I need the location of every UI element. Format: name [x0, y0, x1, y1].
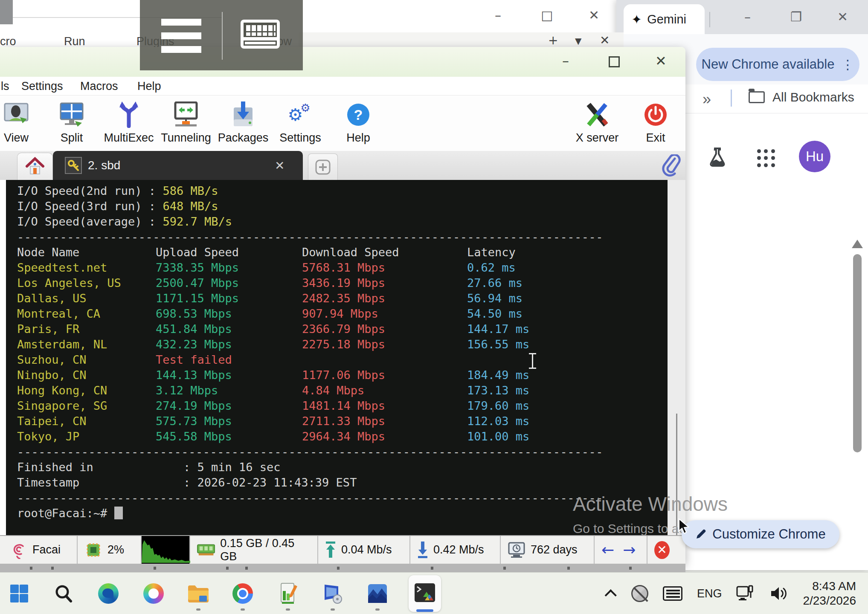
scrollbar-thumb[interactable] [853, 254, 862, 452]
scrollbar-up-icon[interactable] [852, 240, 863, 248]
table-row: Taipei, CN575.73 Mbps2711.33 Mbps112.03 … [17, 414, 657, 429]
touch-keyboard-icon[interactable] [663, 586, 682, 601]
ram-icon [197, 544, 215, 556]
menu-item-settings[interactable]: Settings [21, 80, 63, 93]
toolbar-tunneling-button[interactable]: Tunneling [160, 101, 212, 145]
flask-icon[interactable] [708, 147, 727, 169]
tab-session-sbd[interactable]: 2. sbd ✕ [53, 151, 303, 180]
paperclip-icon[interactable] [662, 154, 681, 178]
maximize-icon[interactable]: □ [541, 8, 553, 23]
minimize-icon[interactable]: – [495, 8, 501, 23]
mobaxterm-icon[interactable] [413, 582, 436, 605]
menu-item-tools-fragment[interactable]: ls [1, 80, 9, 93]
system-tray: ENG 8:43 AM 2/23/2026 [608, 573, 868, 614]
date-label: 2/23/2026 [803, 594, 856, 608]
language-indicator[interactable]: ENG [697, 587, 722, 600]
uptime-segment: 762 days [500, 536, 594, 564]
tray-chevron-icon[interactable] [605, 589, 617, 601]
file-explorer-icon[interactable] [187, 582, 210, 605]
table-row: Amsterdam, NL432.23 Mbps2275.18 Mbps156.… [17, 337, 657, 352]
minimize-icon[interactable]: – [562, 53, 569, 69]
back-arrow-icon[interactable]: ← [601, 541, 614, 559]
edge-icon[interactable] [97, 582, 120, 605]
tab-close-icon[interactable]: ✕ [275, 159, 284, 173]
terminal[interactable]: I/O Speed(2nd run) : 586 MB/s I/O Speed(… [6, 180, 668, 535]
active-app-indicator [416, 609, 433, 612]
close-icon[interactable]: ✕ [589, 8, 599, 23]
toolbar-view-button[interactable]: View [0, 101, 42, 145]
upload-arrow-icon [325, 542, 336, 559]
maximize-icon[interactable] [609, 56, 620, 67]
dnd-off-icon[interactable] [631, 585, 648, 602]
all-bookmarks-button[interactable]: All Bookmarks [772, 90, 854, 104]
avatar-initials: Hu [806, 148, 824, 165]
mobaxterm-toolbar: View Split [0, 96, 685, 151]
toolbar-xserver-button[interactable]: X server [572, 101, 623, 145]
close-icon[interactable]: ✕ [600, 33, 610, 47]
download-label: 0.42 Mb/s [433, 543, 484, 556]
network-icon[interactable] [736, 585, 755, 602]
avatar[interactable]: Hu [799, 141, 830, 172]
stop-icon[interactable]: ✕ [654, 541, 670, 559]
search-icon[interactable] [52, 582, 75, 605]
dashed-divider: ----------------------------------------… [17, 229, 657, 245]
help-icon: ? [333, 101, 384, 129]
start-button[interactable] [8, 582, 31, 605]
installer-app-icon[interactable] [276, 582, 299, 605]
menu-item-fragment[interactable]: cro [0, 35, 16, 48]
xserver-icon [572, 101, 623, 129]
host-label: Facai [32, 543, 61, 556]
taskbar: ENG 8:43 AM 2/23/2026 [0, 572, 868, 614]
chrome-icon[interactable] [231, 582, 254, 605]
corner-patch [0, 0, 13, 24]
toolbar-settings-button[interactable]: ⚙⚙ Settings [275, 101, 326, 145]
toolbar-exit-button[interactable]: Exit [630, 101, 681, 145]
blue-app-icon[interactable] [366, 582, 389, 605]
table-row: Hong Kong, CN3.12 Mbps4.84 Mbps173.13 ms [17, 383, 657, 398]
toolbar-split-button[interactable]: Split [46, 101, 97, 145]
chrome-close-icon[interactable]: ✕ [837, 9, 848, 24]
tab-title: Gemini [647, 12, 686, 26]
menu-item-run[interactable]: Run [64, 35, 85, 48]
key-icon [65, 157, 82, 174]
multiexec-icon [103, 101, 154, 129]
volume-icon[interactable] [769, 585, 788, 602]
ram-label: 0.15 GB / 0.45 GB [220, 537, 311, 563]
shell-prompt: root@Facai:~# [17, 506, 657, 521]
toolbar-packages-button[interactable]: Packages [218, 101, 269, 145]
apps-grid-icon[interactable] [757, 149, 775, 167]
terminal-output: I/O Speed(2nd run) : 586 MB/s I/O Speed(… [17, 183, 657, 521]
menu-item-macros[interactable]: Macros [80, 80, 118, 93]
toolbar-multiexec-button[interactable]: MultiExec [103, 101, 154, 145]
new-tab-button[interactable] [308, 154, 338, 180]
remote-desktop-icon[interactable] [321, 582, 344, 605]
customize-chrome-button[interactable]: Customize Chrome [682, 520, 839, 548]
new-chrome-available-button[interactable]: New Chrome available ⋮ [696, 48, 859, 81]
chrome-minimize-icon[interactable]: – [744, 9, 751, 24]
home-tab[interactable] [17, 153, 53, 180]
bookmarks-separator [731, 90, 732, 107]
bookmarks-overflow-icon[interactable]: » [703, 90, 711, 108]
copilot-icon[interactable] [142, 582, 165, 605]
dropdown-icon[interactable]: ▼ [575, 36, 581, 46]
forward-arrow-icon[interactable]: → [623, 541, 636, 559]
menu-item-help[interactable]: Help [137, 80, 161, 93]
host-segment: Facai [4, 536, 77, 564]
table-header: Node NameUpload SpeedDownload SpeedLaten… [17, 245, 657, 260]
toolbar-help-button[interactable]: ? Help [333, 101, 384, 145]
power-icon [630, 101, 681, 129]
chrome-restore-icon[interactable]: ❐ [790, 9, 802, 24]
new-tab-icon[interactable]: + [548, 33, 558, 47]
mobaxterm-window: – ✕ ls Settings Macros Help View [0, 47, 685, 564]
download-segment: 0.42 Mb/s [409, 536, 500, 564]
running-indicator [331, 608, 335, 611]
clock[interactable]: 8:43 AM 2/23/2026 [803, 579, 856, 608]
download-arrow-icon [417, 542, 428, 559]
close-icon[interactable]: ✕ [655, 53, 667, 69]
mobaxterm-titlebar: – ✕ [0, 47, 685, 77]
kebab-menu-icon[interactable]: ⋮ [841, 57, 854, 72]
ibeam-cursor [528, 353, 537, 370]
table-row: Los Angeles, US2500.47 Mbps3436.19 Mbps2… [17, 275, 657, 291]
keyboard-icon[interactable] [241, 20, 280, 49]
tab-gemini[interactable]: ✦ Gemini [624, 4, 705, 34]
